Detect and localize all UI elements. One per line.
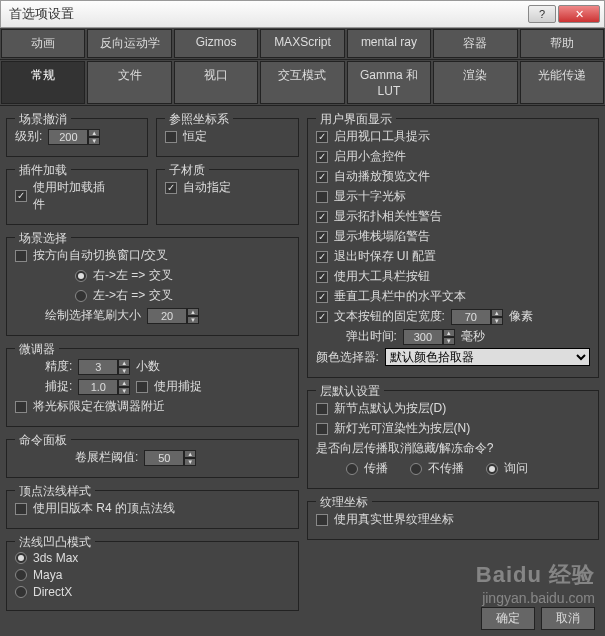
ask-radio[interactable] <box>486 463 498 475</box>
snap-spinner[interactable]: ▲▼ <box>78 379 130 395</box>
group-tex-coord: 纹理坐标 使用真实世界纹理坐标 <box>307 501 600 540</box>
precision-input[interactable] <box>78 359 118 375</box>
nb-maya-radio[interactable] <box>15 569 27 581</box>
spin-up-icon[interactable]: ▲ <box>88 129 100 137</box>
spin-down-icon[interactable]: ▼ <box>491 317 503 325</box>
ui-item-checkbox[interactable] <box>316 291 328 303</box>
tab-files[interactable]: 文件 <box>87 61 171 104</box>
ui-item-checkbox[interactable] <box>316 231 328 243</box>
ui-item-checkbox[interactable] <box>316 251 328 263</box>
legend-plugin-load: 插件加载 <box>15 162 71 179</box>
popup-spinner[interactable]: ▲▼ <box>403 329 455 345</box>
nb-3dsmax-label: 3ds Max <box>33 551 78 565</box>
rollup-spinner[interactable]: ▲▼ <box>144 450 196 466</box>
cancel-button[interactable]: 取消 <box>541 607 595 630</box>
auto-switch-checkbox[interactable] <box>15 250 27 262</box>
tab-gizmos[interactable]: Gizmos <box>174 29 258 58</box>
help-button[interactable]: ? <box>528 5 556 23</box>
undo-level-spinner[interactable]: ▲▼ <box>48 129 100 145</box>
spin-down-icon[interactable]: ▼ <box>88 137 100 145</box>
fixed-width-spinner[interactable]: ▲▼ <box>451 309 503 325</box>
tab-ik[interactable]: 反向运动学 <box>87 29 171 58</box>
group-spinners: 微调器 精度: ▲▼ 小数 捕捉: ▲▼ 使用捕捉 将光标限定在微调器附近 <box>6 348 299 427</box>
load-on-use-checkbox[interactable] <box>15 190 27 202</box>
content-area: 场景撤消 级别: ▲▼ 参照坐标系 恒定 插件加载 使用时加载插件 子材质 自动… <box>0 106 605 617</box>
group-scene-selection: 场景选择 按方向自动切换窗口/交叉 右->左 => 交叉 左->右 => 交叉 … <box>6 237 299 336</box>
spin-down-icon[interactable]: ▼ <box>118 367 130 375</box>
group-ui-display: 用户界面显示 启用视口工具提示启用小盒控件自动播放预览文件显示十字光标显示拓扑相… <box>307 118 600 378</box>
r2l-label: 右->左 => 交叉 <box>93 267 173 284</box>
brush-input[interactable] <box>147 308 187 324</box>
decimals-label: 小数 <box>136 358 160 375</box>
ok-button[interactable]: 确定 <box>481 607 535 630</box>
ui-item-checkbox[interactable] <box>316 211 328 223</box>
tab-rendering[interactable]: 渲染 <box>433 61 517 104</box>
no-propagate-radio[interactable] <box>410 463 422 475</box>
r2l-radio[interactable] <box>75 270 87 282</box>
spin-up-icon[interactable]: ▲ <box>118 359 130 367</box>
propagate-question: 是否向层传播取消隐藏/解冻命令? <box>316 440 494 457</box>
ui-item-checkbox[interactable] <box>316 271 328 283</box>
nb-3dsmax-radio[interactable] <box>15 552 27 564</box>
nb-directx-label: DirectX <box>33 585 72 599</box>
use-r4-checkbox[interactable] <box>15 503 27 515</box>
ui-item-label: 显示十字光标 <box>334 188 406 205</box>
legend-vertex-normal: 顶点法线样式 <box>15 483 95 500</box>
precision-spinner[interactable]: ▲▼ <box>78 359 130 375</box>
ui-item-checkbox[interactable] <box>316 191 328 203</box>
tab-mentalray[interactable]: mental ray <box>347 29 431 58</box>
tab-maxscript[interactable]: MAXScript <box>260 29 344 58</box>
undo-level-label: 级别: <box>15 128 42 145</box>
ui-item-label: 启用小盒控件 <box>334 148 406 165</box>
spin-down-icon[interactable]: ▼ <box>187 316 199 324</box>
brush-spinner[interactable]: ▲▼ <box>147 308 199 324</box>
spin-down-icon[interactable]: ▼ <box>118 387 130 395</box>
auto-assign-label: 自动指定 <box>183 179 231 196</box>
spin-down-icon[interactable]: ▼ <box>184 458 196 466</box>
snap-input[interactable] <box>78 379 118 395</box>
auto-assign-checkbox[interactable] <box>165 182 177 194</box>
ms-label: 毫秒 <box>461 328 485 345</box>
spin-down-icon[interactable]: ▼ <box>443 337 455 345</box>
propagate-radio[interactable] <box>346 463 358 475</box>
load-on-use-label: 使用时加载插件 <box>33 179 113 213</box>
l2r-radio[interactable] <box>75 290 87 302</box>
rollup-input[interactable] <box>144 450 184 466</box>
brush-label: 绘制选择笔刷大小 <box>45 307 141 324</box>
tab-help[interactable]: 帮助 <box>520 29 604 58</box>
spin-up-icon[interactable]: ▲ <box>118 379 130 387</box>
fixed-width-input[interactable] <box>451 309 491 325</box>
undo-level-input[interactable] <box>48 129 88 145</box>
ui-item-checkbox[interactable] <box>316 151 328 163</box>
ui-item-checkbox[interactable] <box>316 311 328 323</box>
tab-gamma[interactable]: Gamma 和 LUT <box>347 61 431 104</box>
group-normal-bump: 法线凹凸模式 3ds Max Maya DirectX <box>6 541 299 611</box>
spin-up-icon[interactable]: ▲ <box>187 308 199 316</box>
tab-interaction[interactable]: 交互模式 <box>260 61 344 104</box>
tab-radiosity[interactable]: 光能传递 <box>520 61 604 104</box>
use-real-checkbox[interactable] <box>316 514 328 526</box>
spin-up-icon[interactable]: ▲ <box>443 329 455 337</box>
spin-up-icon[interactable]: ▲ <box>184 450 196 458</box>
color-picker-select[interactable]: 默认颜色拾取器 <box>385 348 590 366</box>
new-node-checkbox[interactable] <box>316 403 328 415</box>
constant-checkbox[interactable] <box>165 131 177 143</box>
group-scene-undo: 场景撤消 级别: ▲▼ <box>6 118 148 157</box>
legend-layer-defaults: 层默认设置 <box>316 383 384 400</box>
lock-cursor-checkbox[interactable] <box>15 401 27 413</box>
group-ref-coord: 参照坐标系 恒定 <box>156 118 298 157</box>
ui-item-checkbox[interactable] <box>316 131 328 143</box>
constant-label: 恒定 <box>183 128 207 145</box>
ui-item-checkbox[interactable] <box>316 171 328 183</box>
spin-up-icon[interactable]: ▲ <box>491 309 503 317</box>
new-light-checkbox[interactable] <box>316 423 328 435</box>
tab-animation[interactable]: 动画 <box>1 29 85 58</box>
tab-general[interactable]: 常规 <box>1 61 85 104</box>
nb-directx-radio[interactable] <box>15 586 27 598</box>
close-button[interactable]: ✕ <box>558 5 600 23</box>
tab-containers[interactable]: 容器 <box>433 29 517 58</box>
tab-viewports[interactable]: 视口 <box>174 61 258 104</box>
use-snap-checkbox[interactable] <box>136 381 148 393</box>
popup-input[interactable] <box>403 329 443 345</box>
propagate-label: 传播 <box>364 460 388 477</box>
